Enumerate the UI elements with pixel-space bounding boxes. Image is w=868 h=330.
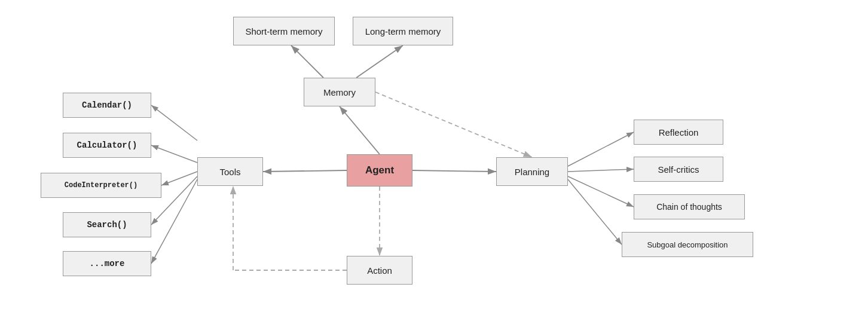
diagram-container: Short-term memory Long-term memory Memor… xyxy=(0,0,868,330)
agent-box: Agent xyxy=(347,154,412,187)
svg-line-9 xyxy=(151,105,197,140)
short-term-memory-box: Short-term memory xyxy=(233,17,335,45)
svg-line-16 xyxy=(568,169,634,172)
svg-line-17 xyxy=(568,176,634,207)
svg-line-10 xyxy=(151,145,197,163)
calculator-box: Calculator() xyxy=(63,133,151,158)
subgoal-box: Subgoal decomposition xyxy=(622,232,753,257)
search-box: Search() xyxy=(63,212,151,237)
svg-line-15 xyxy=(568,132,634,166)
tools-box: Tools xyxy=(197,157,263,186)
action-box: Action xyxy=(347,256,412,285)
svg-line-11 xyxy=(161,172,197,185)
svg-line-18 xyxy=(568,179,622,245)
chainofthoughts-box: Chain of thoughts xyxy=(634,194,745,219)
svg-line-7 xyxy=(412,170,496,172)
calendar-box: Calendar() xyxy=(63,93,151,118)
long-term-memory-box: Long-term memory xyxy=(353,17,453,45)
reflection-box: Reflection xyxy=(634,120,723,145)
svg-line-5 xyxy=(340,106,380,154)
more-box: ...more xyxy=(63,251,151,276)
selfcritics-box: Self-critics xyxy=(634,157,723,182)
svg-line-4 xyxy=(356,45,403,78)
arrows-svg xyxy=(0,0,868,330)
svg-line-6 xyxy=(263,170,347,172)
planning-box: Planning xyxy=(496,157,568,186)
svg-line-14 xyxy=(375,92,532,157)
svg-line-3 xyxy=(291,45,323,78)
memory-box: Memory xyxy=(304,78,375,106)
codeinterpreter-box: CodeInterpreter() xyxy=(41,173,161,198)
